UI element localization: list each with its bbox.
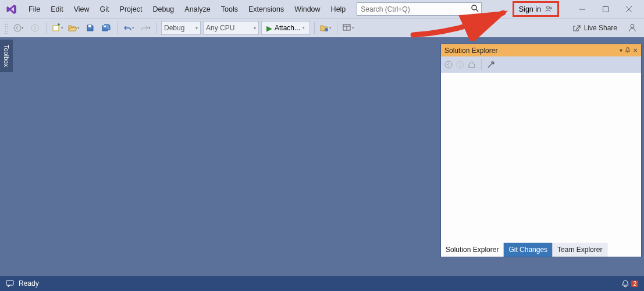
nav-back-icon[interactable] bbox=[444, 61, 453, 69]
feedback-person-icon[interactable] bbox=[625, 21, 639, 35]
save-button[interactable] bbox=[83, 21, 97, 35]
config-value: Debug bbox=[164, 24, 184, 32]
toolbar-separator bbox=[46, 22, 47, 34]
toolbar-grip[interactable] bbox=[5, 22, 8, 34]
solution-explorer-panel: Solution Explorer ▾ ✕ Solution Explorer … bbox=[440, 44, 642, 257]
menu-file[interactable]: File bbox=[23, 3, 45, 16]
toolbar-separator bbox=[337, 22, 337, 34]
open-button[interactable]: ▾ bbox=[67, 21, 81, 35]
notifications-button[interactable]: 2 bbox=[621, 279, 638, 288]
svg-point-2 bbox=[547, 6, 550, 9]
tab-team-explorer[interactable]: Team Explorer bbox=[553, 243, 607, 257]
tab-git-changes[interactable]: Git Changes bbox=[504, 243, 553, 257]
menu-tools[interactable]: Tools bbox=[216, 3, 243, 16]
svg-rect-6 bbox=[603, 6, 609, 12]
person-add-icon bbox=[545, 5, 553, 13]
config-dropdown[interactable]: Debug▾ bbox=[161, 21, 201, 35]
vs-logo-icon bbox=[3, 1, 20, 17]
status-bar: Ready 2 bbox=[0, 276, 644, 291]
svg-point-0 bbox=[472, 5, 476, 10]
new-project-button[interactable]: ▾ bbox=[51, 21, 65, 35]
platform-value: Any CPU bbox=[206, 24, 234, 32]
window-controls bbox=[571, 1, 641, 17]
play-icon: ▶ bbox=[266, 24, 272, 33]
minimize-button[interactable] bbox=[571, 1, 594, 17]
close-button[interactable] bbox=[617, 1, 641, 17]
share-icon bbox=[572, 24, 581, 32]
sign-in-button[interactable]: Sign in bbox=[513, 1, 559, 17]
solution-explorer-title: Solution Explorer bbox=[444, 47, 497, 55]
redo-button[interactable]: ▾ bbox=[138, 21, 152, 35]
solution-explorer-titlebar[interactable]: Solution Explorer ▾ ✕ bbox=[441, 44, 641, 56]
nav-back-button[interactable]: ▾ bbox=[12, 21, 26, 35]
menu-git[interactable]: Git bbox=[95, 3, 115, 16]
nav-forward-icon[interactable] bbox=[456, 61, 464, 69]
svg-point-18 bbox=[631, 24, 634, 28]
solution-explorer-tree[interactable] bbox=[441, 73, 641, 243]
menu-project[interactable]: Project bbox=[115, 3, 148, 16]
maximize-button[interactable] bbox=[594, 1, 617, 17]
notification-count: 2 bbox=[631, 281, 638, 287]
attach-button[interactable]: ▶ Attach... ▾ bbox=[261, 21, 310, 35]
pin-icon[interactable] bbox=[625, 47, 631, 54]
sign-in-label: Sign in bbox=[519, 5, 541, 13]
toolbar-separator bbox=[118, 22, 118, 34]
menu-view[interactable]: View bbox=[69, 3, 95, 16]
menu-help[interactable]: Help bbox=[326, 3, 351, 16]
window-layout-button[interactable]: ▾ bbox=[341, 21, 355, 35]
svg-rect-21 bbox=[6, 281, 13, 285]
tab-solution-explorer[interactable]: Solution Explorer bbox=[441, 243, 504, 257]
menu-extensions[interactable]: Extensions bbox=[243, 3, 289, 16]
toolbar-separator bbox=[156, 22, 157, 34]
svg-rect-13 bbox=[104, 26, 106, 27]
search-icon[interactable] bbox=[471, 4, 479, 12]
status-ready-label: Ready bbox=[19, 279, 39, 288]
folder-sync-button[interactable]: ▾ bbox=[319, 21, 333, 35]
svg-point-14 bbox=[325, 28, 328, 31]
live-share-button[interactable]: Live Share bbox=[572, 24, 617, 32]
svg-point-10 bbox=[31, 24, 38, 31]
live-share-label: Live Share bbox=[584, 24, 617, 32]
toolbar-separator bbox=[314, 22, 315, 34]
attach-label: Attach... bbox=[275, 24, 300, 32]
solution-explorer-toolbar bbox=[441, 56, 641, 73]
search-input[interactable] bbox=[357, 2, 482, 16]
menu-debug[interactable]: Debug bbox=[147, 3, 179, 16]
platform-dropdown[interactable]: Any CPU▾ bbox=[203, 21, 259, 35]
nav-forward-button[interactable] bbox=[28, 21, 42, 35]
wrench-icon[interactable] bbox=[487, 61, 495, 69]
menu-edit[interactable]: Edit bbox=[45, 3, 69, 16]
save-all-button[interactable] bbox=[99, 21, 113, 35]
standard-toolbar: ▾ ▾ ▾ ▾ ▾ Debug▾ Any CPU▾ ▶ Attach... ▾ … bbox=[0, 18, 644, 37]
svg-point-20 bbox=[457, 61, 464, 68]
svg-rect-12 bbox=[88, 25, 91, 27]
toolbox-tab[interactable]: Toolbox bbox=[0, 40, 13, 72]
svg-point-19 bbox=[445, 61, 452, 68]
menu-analyze[interactable]: Analyze bbox=[179, 3, 215, 16]
menu-bar: File Edit View Git Project Debug Analyze… bbox=[0, 0, 644, 18]
chat-icon[interactable] bbox=[6, 279, 14, 288]
svg-line-1 bbox=[476, 9, 478, 12]
home-icon[interactable] bbox=[468, 61, 476, 69]
menu-window[interactable]: Window bbox=[289, 3, 325, 16]
svg-point-9 bbox=[14, 24, 21, 31]
search-wrap bbox=[357, 2, 482, 16]
panel-dropdown-icon[interactable]: ▾ bbox=[620, 47, 622, 54]
svg-rect-11 bbox=[53, 26, 59, 31]
solution-explorer-tabstrip: Solution Explorer Git Changes Team Explo… bbox=[441, 243, 641, 257]
panel-close-icon[interactable]: ✕ bbox=[633, 47, 638, 54]
undo-button[interactable]: ▾ bbox=[122, 21, 136, 35]
